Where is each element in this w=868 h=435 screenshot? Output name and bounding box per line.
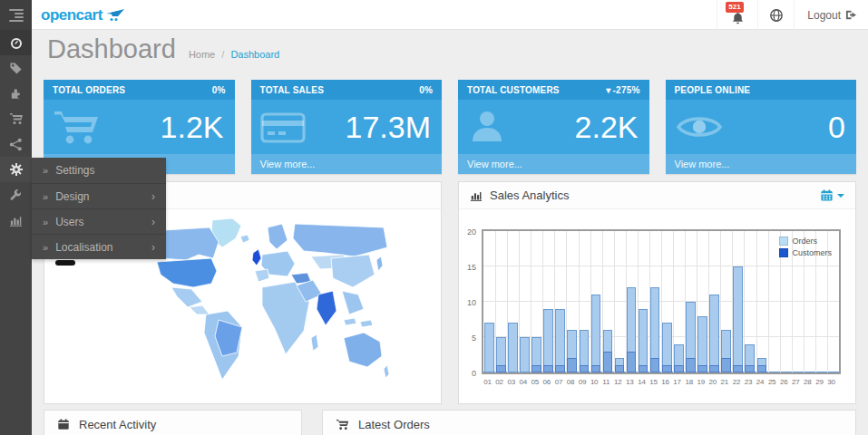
opencart-cart-logo-icon (105, 8, 125, 23)
sales-cart-icon (9, 111, 24, 126)
customers-bar (615, 365, 625, 372)
tile-people-online: PEOPLE ONLINE 0 View more... (666, 80, 857, 174)
submenu-notch (55, 260, 75, 266)
submenu-item-design[interactable]: » Design › (32, 183, 166, 208)
orders-bar (639, 309, 649, 372)
chevron-right-icon: › (151, 190, 155, 203)
orders-bar (709, 295, 719, 372)
top-bar: opencart 521 (0, 0, 868, 30)
sidebar-item-marketing[interactable] (0, 131, 32, 157)
view-more-link[interactable]: View more... (251, 154, 443, 174)
sidebar-item-reports[interactable] (0, 208, 32, 233)
chevron-right-icon: › (151, 216, 155, 228)
notifications-button[interactable]: 521 (717, 0, 757, 30)
chevron-right-icon: › (151, 241, 155, 254)
marketing-share-icon (9, 138, 23, 151)
customers-bar (591, 365, 601, 372)
customers-bar (686, 358, 696, 372)
opencart-logo[interactable]: opencart (41, 0, 125, 30)
customers-bar (721, 358, 731, 372)
logout-label: Logout (807, 9, 841, 22)
orders-bar (484, 323, 494, 372)
orders-bar (543, 309, 553, 372)
breadcrumb: Home / Dashboard (189, 49, 279, 60)
panel-title: Sales Analytics (490, 188, 569, 202)
customers-bar (733, 365, 743, 372)
customers-bar (662, 365, 672, 372)
catalog-tag-icon (9, 62, 23, 75)
bar-chart-icon (470, 189, 483, 202)
reports-chart-icon (9, 214, 23, 227)
double-chevron-icon: » (43, 165, 48, 176)
tools-wrench-icon (9, 188, 23, 202)
sidebar-item-catalog[interactable] (0, 55, 32, 81)
cart-icon (53, 108, 100, 146)
legend-orders-swatch (779, 237, 788, 246)
sales-chart-plot: Orders Customers (482, 229, 841, 374)
legend-orders-label: Orders (792, 237, 817, 246)
customers-bar (543, 365, 553, 372)
customers-bar (674, 365, 684, 372)
panel-title: Recent Activity (79, 418, 156, 431)
page-title: Dashboard (47, 34, 176, 64)
customers-bar (555, 365, 565, 372)
breadcrumb-current-link[interactable]: Dashboard (230, 49, 279, 60)
sign-out-icon (845, 9, 857, 21)
customers-bar (745, 365, 755, 372)
orders-bar (733, 266, 743, 372)
customers-bar (757, 365, 767, 372)
caret-down-icon: ▾ (606, 85, 610, 95)
customers-bar (532, 365, 541, 372)
sidebar-item-tools[interactable] (0, 182, 32, 208)
person-icon (467, 107, 507, 147)
cart-icon (336, 418, 349, 431)
tile-total-customers: TOTAL CUSTOMERS ▾-275% 2.2K View more... (458, 80, 649, 174)
tile-total-sales: TOTAL SALES 0% 17.3M View more... (251, 80, 443, 174)
customers-bar (627, 352, 637, 372)
menu-icon (9, 7, 24, 24)
latest-orders-panel: Latest Orders (322, 410, 856, 435)
submenu-item-settings[interactable]: » Settings (32, 158, 166, 183)
view-more-link[interactable]: View more... (666, 154, 857, 174)
legend-customers-label: Customers (792, 248, 832, 257)
sidebar-nav (0, 30, 32, 435)
calendar-icon (820, 188, 834, 202)
sidebar-item-sales[interactable] (0, 106, 32, 131)
panel-title: Latest Orders (358, 418, 430, 431)
legend-customers-swatch (779, 248, 788, 257)
customers-bar (603, 352, 613, 372)
sidebar-item-system[interactable] (0, 157, 32, 182)
view-more-link[interactable]: View more... (458, 154, 649, 174)
sidebar-item-extensions[interactable] (0, 81, 32, 106)
double-chevron-icon: » (43, 191, 48, 202)
bell-icon (731, 12, 745, 25)
submenu-item-localisation[interactable]: » Localisation › (32, 234, 166, 259)
breadcrumb-home-link[interactable]: Home (189, 49, 215, 60)
sidebar-toggle-button[interactable] (0, 0, 32, 30)
orders-bar (697, 316, 707, 372)
sales-analytics-panel: Sales Analytics 05101520 Orders (458, 181, 856, 404)
logout-button[interactable]: Logout (794, 0, 868, 30)
recent-activity-panel: Recent Activity (44, 410, 302, 435)
system-gear-icon (9, 162, 24, 177)
orders-bar (555, 309, 565, 372)
sales-chart-yaxis: 05101520 (459, 229, 479, 374)
customers-bar (650, 358, 660, 372)
caret-down-icon (837, 194, 844, 198)
system-submenu: » Settings » Design › » Users › » Locali… (32, 158, 166, 259)
credit-card-icon (260, 109, 306, 145)
logo-text: opencart (41, 6, 102, 24)
sidebar-item-dashboard[interactable] (0, 30, 32, 55)
double-chevron-icon: » (43, 242, 48, 253)
chart-range-button[interactable] (820, 188, 844, 202)
customers-bar (639, 365, 649, 372)
orders-bar (520, 337, 530, 372)
notifications-badge: 521 (726, 2, 743, 13)
customers-bar (709, 365, 719, 372)
chart-legend: Orders Customers (779, 237, 832, 257)
language-button[interactable] (757, 0, 794, 30)
customers-bar (567, 358, 577, 372)
customers-bar (496, 365, 506, 372)
submenu-item-users[interactable]: » Users › (32, 208, 166, 234)
sales-chart-xaxis: 0102030405060708091011121314151617181920… (482, 378, 841, 389)
